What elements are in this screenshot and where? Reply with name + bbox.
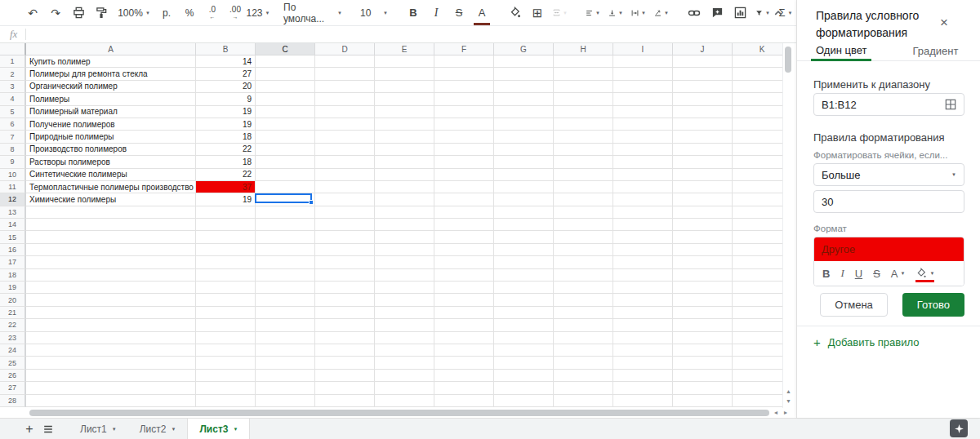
format-strikethrough-button[interactable]: S	[873, 267, 880, 280]
select-all-corner[interactable]	[0, 43, 26, 55]
cell-a1[interactable]: Купить полимер	[26, 55, 196, 68]
cell-i10[interactable]	[613, 169, 673, 181]
cell-k5[interactable]	[733, 106, 782, 118]
cell-k14[interactable]	[733, 219, 782, 231]
cell-e26[interactable]	[375, 370, 434, 382]
cell-b3[interactable]: 20	[196, 81, 256, 93]
cell-k13[interactable]	[733, 206, 782, 219]
cell-i11[interactable]	[613, 181, 673, 193]
cell-a27[interactable]	[26, 382, 196, 394]
row-header-7[interactable]: 7	[0, 131, 26, 143]
cell-j24[interactable]	[673, 344, 733, 357]
cell-c13[interactable]	[256, 206, 315, 219]
cell-k2[interactable]	[733, 68, 782, 80]
cell-g28[interactable]	[494, 395, 554, 407]
cell-d1[interactable]	[315, 55, 375, 68]
row-header-11[interactable]: 11	[0, 181, 26, 193]
cell-g19[interactable]	[494, 282, 554, 294]
cell-j9[interactable]	[673, 156, 733, 168]
redo-icon[interactable]: ↷	[48, 3, 63, 23]
cell-c7[interactable]	[256, 131, 315, 143]
cell-f23[interactable]	[434, 332, 494, 344]
cell-i27[interactable]	[613, 382, 673, 394]
cell-c26[interactable]	[256, 370, 315, 382]
row-header-1[interactable]: 1	[0, 55, 26, 68]
cell-k12[interactable]	[733, 193, 782, 206]
cell-j13[interactable]	[673, 206, 733, 219]
cell-f26[interactable]	[434, 370, 494, 382]
cell-h1[interactable]	[554, 55, 613, 68]
cell-g22[interactable]	[494, 319, 554, 331]
cell-c25[interactable]	[256, 357, 315, 369]
chevron-down-icon[interactable]: ▼	[112, 427, 117, 432]
cell-a7[interactable]: Природные полимеры	[26, 131, 196, 143]
cell-j18[interactable]	[673, 269, 733, 282]
cell-f19[interactable]	[434, 282, 494, 294]
threshold-input[interactable]: 30	[813, 190, 964, 213]
cell-i3[interactable]	[613, 81, 673, 93]
add-sheet-button[interactable]: +	[21, 419, 38, 439]
cell-k28[interactable]	[733, 395, 782, 407]
cell-i9[interactable]	[613, 156, 673, 168]
format-text-color-button[interactable]: A ▼	[891, 268, 906, 280]
cell-i7[interactable]	[613, 131, 673, 143]
vertical-scrollbar[interactable]: ▲ ▼	[782, 43, 793, 408]
cell-j15[interactable]	[673, 231, 733, 243]
cell-a19[interactable]	[26, 282, 196, 294]
cell-a6[interactable]: Получение полимеров	[26, 118, 196, 131]
cell-j26[interactable]	[673, 370, 733, 382]
cell-c22[interactable]	[256, 319, 315, 331]
cell-h3[interactable]	[554, 81, 613, 93]
cell-j4[interactable]	[673, 93, 733, 105]
all-sheets-icon[interactable]	[38, 419, 59, 439]
close-icon[interactable]: ×	[934, 13, 954, 33]
cell-f7[interactable]	[434, 131, 494, 143]
cell-g2[interactable]	[494, 68, 554, 80]
cell-k7[interactable]	[733, 131, 782, 143]
cell-i5[interactable]	[613, 106, 673, 118]
cell-b7[interactable]: 18	[196, 131, 256, 143]
cell-b1[interactable]: 14	[196, 55, 256, 68]
cell-b6[interactable]: 19	[196, 118, 256, 131]
cell-a13[interactable]	[26, 206, 196, 219]
cell-c6[interactable]	[256, 118, 315, 131]
cell-e14[interactable]	[375, 219, 434, 231]
cell-k16[interactable]	[733, 244, 782, 256]
cell-b23[interactable]	[196, 332, 256, 344]
cell-h9[interactable]	[554, 156, 613, 168]
cell-b19[interactable]	[196, 282, 256, 294]
horizontal-scrollbar[interactable]	[0, 408, 793, 418]
cell-b14[interactable]	[196, 219, 256, 231]
row-header-2[interactable]: 2	[0, 68, 26, 80]
row-header-19[interactable]: 19	[0, 282, 26, 294]
cell-j16[interactable]	[673, 244, 733, 256]
cell-a17[interactable]	[26, 256, 196, 268]
fill-handle[interactable]	[309, 200, 314, 205]
cell-c4[interactable]	[256, 93, 315, 105]
italic-button[interactable]: I	[429, 3, 443, 23]
cell-f10[interactable]	[434, 169, 494, 181]
cell-h16[interactable]	[554, 244, 613, 256]
cell-d13[interactable]	[315, 206, 375, 219]
cell-j3[interactable]	[673, 81, 733, 93]
cell-h5[interactable]	[554, 106, 613, 118]
cell-a3[interactable]: Органический полимер	[26, 81, 196, 93]
cell-j1[interactable]	[673, 55, 733, 68]
cell-h17[interactable]	[554, 256, 613, 268]
horizontal-align-icon[interactable]: ▼	[586, 3, 600, 23]
column-header-j[interactable]: J	[673, 43, 733, 55]
cell-f14[interactable]	[434, 219, 494, 231]
cell-h21[interactable]	[554, 307, 613, 319]
cell-g24[interactable]	[494, 344, 554, 357]
cell-i8[interactable]	[613, 144, 673, 156]
cell-h22[interactable]	[554, 319, 613, 331]
cell-b21[interactable]	[196, 307, 256, 319]
cell-i15[interactable]	[613, 231, 673, 243]
cell-h23[interactable]	[554, 332, 613, 344]
cell-e18[interactable]	[375, 269, 434, 282]
cell-a20[interactable]	[26, 294, 196, 306]
cell-d18[interactable]	[315, 269, 375, 282]
cell-k23[interactable]	[733, 332, 782, 344]
cell-f22[interactable]	[434, 319, 494, 331]
cell-j27[interactable]	[673, 382, 733, 394]
